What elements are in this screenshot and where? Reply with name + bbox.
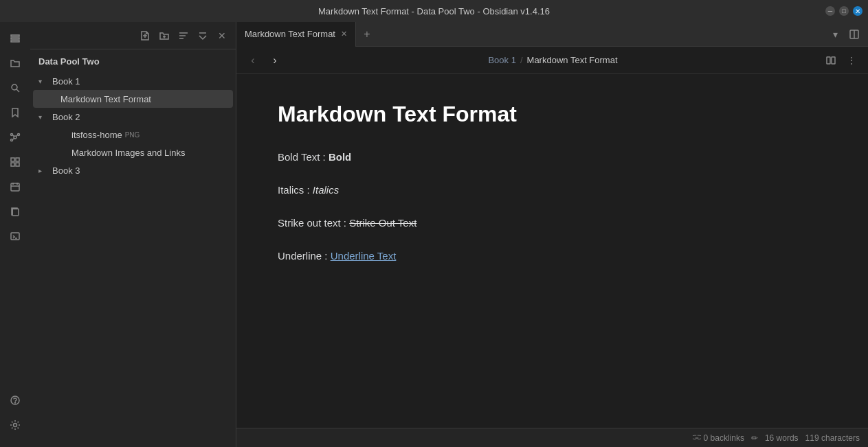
italic-text-value: Italics xyxy=(313,184,339,196)
sidebar: ✕ Data Pool Two ▾ Book 1 ▸ Markdown Text… xyxy=(30,22,236,447)
help-center-icon[interactable] xyxy=(4,389,26,411)
strike-text-prefix: Strike out text : xyxy=(278,217,349,229)
minimize-button[interactable]: ─ xyxy=(825,6,835,16)
chevron-right-icon: ▸ xyxy=(38,167,47,174)
graph-icon[interactable] xyxy=(4,126,26,148)
bookmark-icon[interactable] xyxy=(4,102,26,124)
document-title: Markdown Text Format xyxy=(278,102,827,127)
svg-rect-2 xyxy=(11,41,19,42)
split-view-icon[interactable] xyxy=(846,26,863,43)
svg-line-10 xyxy=(16,135,17,137)
svg-rect-1 xyxy=(11,38,19,39)
tree-item-label: itsfoss-home xyxy=(71,130,122,140)
svg-rect-20 xyxy=(12,209,19,216)
main-area: Markdown Text Format ✕ + ▾ ‹ › Book 1 / … xyxy=(236,22,868,447)
app-layout: ✕ Data Pool Two ▾ Book 1 ▸ Markdown Text… xyxy=(0,22,868,447)
bold-text-prefix: Bold Text : xyxy=(278,151,329,163)
svg-rect-36 xyxy=(827,57,830,64)
document-content: Markdown Text Format Bold Text : Bold It… xyxy=(236,74,868,428)
svg-point-6 xyxy=(11,134,13,136)
sort-icon[interactable] xyxy=(175,27,192,44)
doc-paragraph-strike: Strike out text : Strike Out Text xyxy=(278,215,827,231)
tree-item-label: Book 3 xyxy=(52,165,80,176)
chevron-down-icon: ▾ xyxy=(38,78,47,85)
tree-item-label: Book 1 xyxy=(52,76,80,87)
status-bar: 0 backlinks ✏ 16 words 119 characters xyxy=(236,428,868,447)
word-count-status[interactable]: 16 words xyxy=(765,433,799,443)
breadcrumb-separator: / xyxy=(520,55,523,65)
more-options-icon[interactable]: ⋮ xyxy=(843,52,860,69)
backlinks-status[interactable]: 0 backlinks xyxy=(693,433,744,443)
restore-button[interactable]: □ xyxy=(839,6,849,16)
underline-text-value: Underline Text xyxy=(331,250,397,262)
titlebar: Markdown Text Format - Data Pool Two - O… xyxy=(0,0,868,22)
svg-rect-0 xyxy=(11,35,19,36)
breadcrumb: Book 1 / Markdown Text Format xyxy=(289,55,817,65)
svg-point-3 xyxy=(12,84,17,90)
sidebar-toggle-icon[interactable] xyxy=(4,27,26,49)
image-badge: PNG xyxy=(125,131,140,139)
tab-right-controls: ▾ xyxy=(827,26,868,43)
sidebar-vault-title: Data Pool Two xyxy=(30,49,236,71)
tree-item-markdown-text[interactable]: ▸ Markdown Text Format xyxy=(33,90,233,108)
tab-bar: Markdown Text Format ✕ + ▾ xyxy=(236,22,868,47)
new-tab-button[interactable]: + xyxy=(356,23,378,45)
breadcrumb-parent[interactable]: Book 1 xyxy=(488,55,515,65)
content-nav: ‹ › Book 1 / Markdown Text Format ⋮ xyxy=(236,47,868,74)
tree-item-markdown-images[interactable]: ▸ Markdown Images and Links xyxy=(33,144,233,161)
svg-rect-12 xyxy=(11,158,14,161)
tab-close-button[interactable]: ✕ xyxy=(341,30,347,38)
tree-item-book3[interactable]: ▸ Book 3 xyxy=(33,161,233,179)
settings-icon[interactable] xyxy=(4,414,26,436)
dropdown-tabs-icon[interactable]: ▾ xyxy=(827,26,843,43)
new-folder-button[interactable] xyxy=(156,27,173,44)
titlebar-controls: ─ □ ✕ xyxy=(825,6,863,16)
tree-item-book1[interactable]: ▾ Book 1 xyxy=(33,72,233,90)
icon-rail xyxy=(0,22,30,447)
doc-paragraph-underline: Underline : Underline Text xyxy=(278,248,827,264)
sidebar-toolbar: ✕ xyxy=(30,22,236,49)
nav-forward-button[interactable]: › xyxy=(267,52,283,69)
calendar-icon[interactable] xyxy=(4,176,26,198)
svg-line-9 xyxy=(13,135,14,137)
tab-label: Markdown Text Format xyxy=(245,29,335,39)
close-sidebar-icon[interactable]: ✕ xyxy=(214,27,230,44)
tree-item-label: Book 2 xyxy=(52,112,80,122)
svg-rect-37 xyxy=(832,57,835,64)
svg-rect-14 xyxy=(11,163,14,166)
collapse-all-icon[interactable] xyxy=(194,27,211,44)
svg-point-7 xyxy=(18,134,20,136)
folder-open-icon[interactable] xyxy=(4,52,26,74)
breadcrumb-current: Markdown Text Format xyxy=(527,55,618,65)
bold-text-value: Bold xyxy=(329,151,351,163)
italic-text-prefix: Italics : xyxy=(278,184,313,196)
svg-rect-13 xyxy=(16,158,19,161)
char-count: 119 characters xyxy=(805,433,860,443)
search-icon[interactable] xyxy=(4,77,26,99)
reading-view-icon[interactable] xyxy=(823,52,839,69)
tree-item-label: Markdown Text Format xyxy=(60,94,151,104)
rail-bottom xyxy=(4,389,26,442)
svg-line-11 xyxy=(13,138,14,139)
nav-back-button[interactable]: ‹ xyxy=(245,52,261,69)
chevron-down-icon: ▾ xyxy=(38,113,47,121)
new-note-button[interactable] xyxy=(137,27,153,44)
svg-point-25 xyxy=(14,424,17,427)
close-button[interactable]: ✕ xyxy=(853,6,863,16)
svg-point-24 xyxy=(15,402,16,403)
tab-markdown-text[interactable]: Markdown Text Format ✕ xyxy=(236,22,356,47)
char-count-status[interactable]: 119 characters xyxy=(805,433,860,443)
svg-line-4 xyxy=(16,89,19,92)
tree-item-itsfoss-home[interactable]: ▸ itsfoss-home PNG xyxy=(33,126,233,144)
tree-item-label: Markdown Images and Links xyxy=(71,148,185,158)
terminal-icon[interactable] xyxy=(4,225,26,247)
doc-paragraph-italic: Italics : Italics xyxy=(278,182,827,198)
tree-item-book2[interactable]: ▾ Book 2 xyxy=(33,108,233,126)
edit-icon-status: ✏ xyxy=(751,433,758,443)
file-tree: ▾ Book 1 ▸ Markdown Text Format ▾ Book 2… xyxy=(30,71,236,447)
backlinks-count: 0 backlinks xyxy=(704,433,744,443)
copy-icon[interactable] xyxy=(4,200,26,222)
blocks-icon[interactable] xyxy=(4,151,26,173)
svg-rect-16 xyxy=(11,183,19,191)
underline-text-prefix: Underline : xyxy=(278,250,331,262)
